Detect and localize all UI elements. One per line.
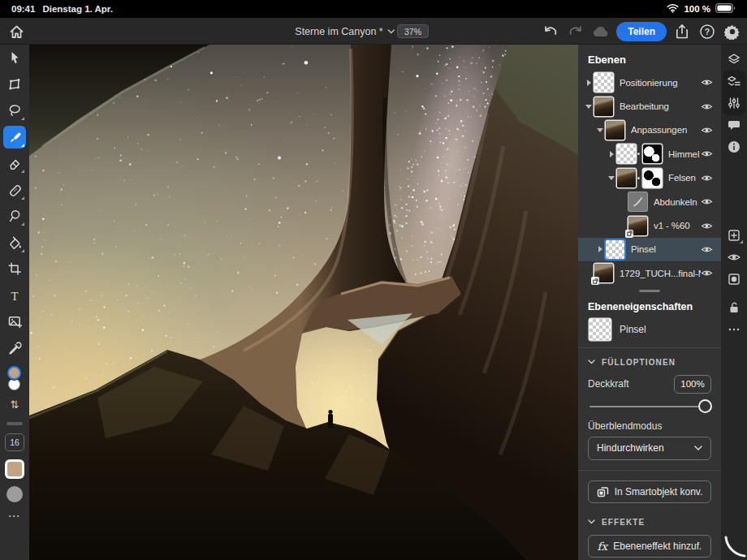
brush-tip-preview[interactable] [5,459,24,479]
share-button[interactable]: Teilen [616,22,667,41]
comment-panel-icon[interactable] [723,114,745,136]
layer-thumbnail[interactable] [628,217,647,235]
layer-thumbnail[interactable] [617,169,636,187]
background-color-swatch[interactable] [8,378,20,390]
layer-disclosure-arrow[interactable] [607,176,615,180]
visibility-eye-icon[interactable] [701,149,713,159]
layer-row-8[interactable]: Pinsel [578,238,721,261]
clock: 09:41 [11,4,35,14]
chevron-down-icon [588,519,595,524]
opacity-slider-knob[interactable] [698,399,712,413]
layer-row-9[interactable]: 1729_TUCH...final-NR33 [578,261,721,285]
type-tool-icon[interactable]: T [3,284,26,307]
layer-thumbnail[interactable] [594,264,613,282]
eraser-tool-icon[interactable] [3,152,26,174]
smart-object-badge [591,277,599,285]
export-icon[interactable] [672,22,692,41]
document-canvas[interactable] [29,45,578,560]
eyedropper-tool-icon[interactable] [3,337,26,360]
tool-options-more-icon[interactable]: ··· [9,510,21,522]
subtool-indicator [21,170,24,173]
visibility-eye-icon[interactable] [701,77,713,88]
move-tool-icon[interactable] [3,46,26,69]
lasso-tool-icon[interactable] [3,99,26,122]
document-title[interactable]: Sterne im Canyon * [295,18,395,45]
brush-tool-icon[interactable] [3,126,26,149]
visibility-eye-icon[interactable] [701,125,713,136]
fill-tool-icon[interactable] [3,231,26,254]
fill-options-section-header[interactable]: FÜLLOPTIONEN [578,348,721,372]
wifi-icon [667,3,679,15]
brush-size-field[interactable]: 16 [5,433,24,451]
tool-options-handle[interactable] [6,422,23,425]
place-image-tool-icon[interactable] [3,310,26,333]
redo-button[interactable] [566,22,585,41]
visibility-eye-icon[interactable] [701,221,713,231]
layer-thumbnail[interactable] [594,73,613,92]
svg-text:?: ? [705,27,710,37]
layer-disclosure-arrow[interactable] [585,80,593,86]
visibility-eye-icon[interactable] [701,173,713,183]
opacity-slider[interactable] [589,406,710,407]
layer-thumbnail[interactable] [606,121,624,140]
layer-row-6[interactable]: Abdunkeln [578,190,721,213]
settings-gear-icon[interactable] [723,22,742,41]
layer-disclosure-arrow[interactable] [607,151,615,157]
layer-disclosure-arrow[interactable] [596,246,604,252]
more-panel-icon[interactable] [723,318,745,340]
layer-thumbnail[interactable] [606,240,624,259]
foreground-color-swatch[interactable] [7,366,21,380]
visibility-eye-icon[interactable] [701,101,713,112]
layer-thumbnail[interactable] [617,144,636,163]
transform-tool-icon[interactable] [3,73,26,96]
layers-panel-icon[interactable] [723,48,745,70]
color-swatches[interactable] [3,366,26,397]
undo-button[interactable] [541,22,560,41]
layer-row-3[interactable]: Anpassungen [578,118,721,142]
info-panel-icon[interactable] [723,136,745,157]
unlock-panel-icon[interactable] [723,296,745,318]
layer-row-5[interactable]: Felsen [578,166,721,190]
layer-disclosure-arrow[interactable] [596,128,604,132]
visibility-eye-icon[interactable] [701,244,713,255]
layer-row-2[interactable]: Bearbeitung [578,94,721,118]
layer-disclosure-arrow[interactable] [585,105,593,109]
panel-drag-handle[interactable] [639,290,660,292]
layer-mask-thumbnail[interactable] [643,144,662,163]
blend-mode-label: Überblendmodus [578,412,721,437]
subtool-indicator [21,196,24,200]
crop-tool-icon[interactable] [3,257,26,280]
adjustments-panel-icon[interactable] [723,92,745,114]
blend-mode-dropdown[interactable]: Hindurchwirken [588,437,711,460]
layer-row-7[interactable]: v1 - %60 [578,213,721,237]
effects-section-header[interactable]: EFFEKTE [578,503,721,532]
layer-name: 1729_TUCH...final-NR33 [620,269,701,278]
layer-properties-panel-icon[interactable] [723,70,745,92]
visibility-eye-icon[interactable] [701,268,713,278]
dodge-burn-tool-icon[interactable] [3,205,26,227]
layer-row-4[interactable]: Himmel [578,142,721,166]
zoom-level-badge[interactable]: 37% [397,24,429,38]
help-button[interactable]: ? [697,22,717,41]
cloud-sync-icon[interactable] [591,22,611,41]
layer-name: Pinsel [631,244,701,254]
layer-name: Anpassungen [631,125,701,135]
add-layer-effect-button[interactable]: fx Ebeneneffekt hinzuf. [588,535,711,558]
convert-smart-object-button[interactable]: In Smartobjekt konv. [588,480,711,503]
layer-row-1[interactable]: Positionierung [578,71,721,94]
layer-name: Felsen [668,173,701,183]
visibility-panel-icon[interactable] [723,246,745,268]
healing-brush-tool-icon[interactable] [3,179,26,201]
brush-hardness-preview[interactable] [6,486,23,502]
add-layer-panel-icon[interactable] [723,224,745,246]
chevron-down-icon [388,29,395,34]
opacity-value-box[interactable]: 100% [674,375,711,394]
home-button[interactable] [6,22,26,41]
layer-mask-thumbnail[interactable] [643,169,662,187]
mask-panel-icon[interactable] [723,268,745,290]
swap-colors-icon[interactable]: ⇅ [11,398,19,411]
svg-text:T: T [11,289,18,302]
layer-thumbnail[interactable] [628,192,647,211]
layer-thumbnail[interactable] [594,97,613,116]
visibility-eye-icon[interactable] [701,196,713,207]
